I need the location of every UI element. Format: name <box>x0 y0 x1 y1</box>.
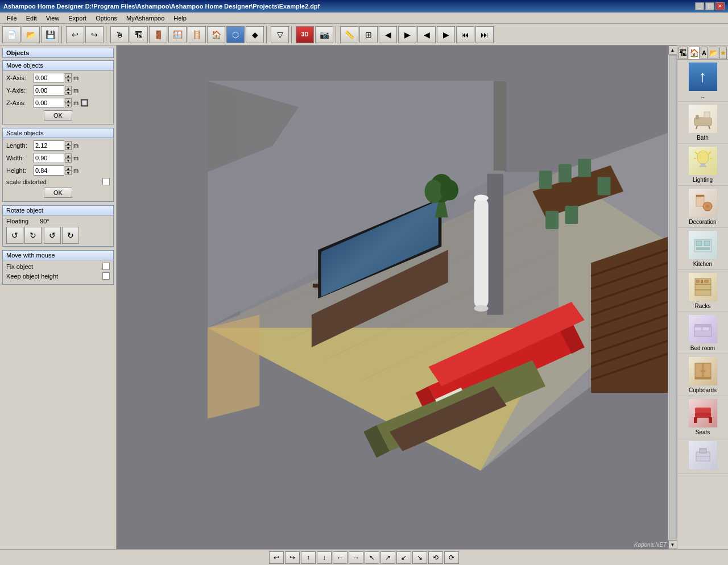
z-axis-up[interactable]: ▲ <box>65 98 72 103</box>
toolbar-diamond[interactable]: ◆ <box>246 26 264 43</box>
nav-left[interactable]: ← <box>333 551 348 564</box>
move-ok-button[interactable]: OK <box>44 110 72 121</box>
z-axis-down[interactable]: ▼ <box>65 103 72 107</box>
toolbar-open[interactable]: 📂 <box>22 26 40 43</box>
menu-file[interactable]: File <box>2 14 22 23</box>
menu-view[interactable]: View <box>42 14 64 23</box>
keep-height-checkbox[interactable] <box>102 272 110 280</box>
toolbar-wall[interactable]: 🏗 <box>130 26 148 43</box>
x-axis-up[interactable]: ▲ <box>65 73 72 78</box>
toolbar-nav6[interactable]: ⏭ <box>475 26 494 43</box>
maximize-button[interactable]: □ <box>705 2 714 10</box>
x-axis-input[interactable] <box>34 73 64 83</box>
scroll-down-arrow[interactable]: ▼ <box>668 540 677 549</box>
width-input[interactable] <box>34 153 64 163</box>
length-down[interactable]: ▼ <box>65 146 72 150</box>
toolbar-nav1[interactable]: ◀ <box>379 26 397 43</box>
category-seats[interactable]: Seats <box>677 396 728 438</box>
nav-rot-ccw[interactable]: ⟲ <box>428 551 443 564</box>
x-axis-down[interactable]: ▼ <box>65 78 72 82</box>
z-axis-icon[interactable]: 🔲 <box>80 99 89 107</box>
rtab-folder[interactable]: 🏗 <box>679 47 688 59</box>
nav-forward[interactable]: ↪ <box>285 551 300 564</box>
menu-edit[interactable]: Edit <box>22 14 42 23</box>
category-lighting[interactable]: Lighting <box>677 144 728 186</box>
y-axis-input[interactable] <box>34 85 64 95</box>
fix-object-checkbox[interactable] <box>102 263 110 270</box>
toolbar-measure[interactable]: 📏 <box>340 26 358 43</box>
nav-sw[interactable]: ↙ <box>396 551 411 564</box>
menu-myashampoo[interactable]: MyAshampoo <box>122 14 169 23</box>
rtab-star[interactable]: ★ <box>719 47 727 59</box>
toolbar-nav2[interactable]: ▶ <box>398 26 416 43</box>
toolbar-grid[interactable]: ⊞ <box>359 26 378 43</box>
toolbar-3d[interactable]: 3D <box>296 26 314 43</box>
category-misc[interactable] <box>677 438 728 474</box>
toolbar-undo[interactable]: ↩ <box>66 26 84 43</box>
height-input[interactable] <box>34 165 64 176</box>
y-axis-down[interactable]: ▼ <box>65 90 72 95</box>
length-up[interactable]: ▲ <box>65 141 72 146</box>
length-input[interactable] <box>34 140 64 151</box>
height-down[interactable]: ▼ <box>65 171 72 175</box>
nav-up[interactable]: ↑ <box>301 551 316 564</box>
menu-options[interactable]: Options <box>91 14 122 23</box>
category-kitchen[interactable]: Kitchen <box>677 228 728 270</box>
scroll-track[interactable] <box>669 55 677 539</box>
z-axis-input[interactable] <box>34 98 64 108</box>
toolbar-hex[interactable]: ⬡ <box>226 26 245 43</box>
toolbar-nav4[interactable]: ▶ <box>437 26 455 43</box>
close-button[interactable]: ✕ <box>715 2 725 10</box>
y-axis-spinner[interactable]: ▲ ▼ <box>65 86 72 95</box>
toolbar-funnel[interactable]: ▽ <box>271 26 289 43</box>
menu-help[interactable]: Help <box>169 14 191 23</box>
toolbar-nav5[interactable]: ⏮ <box>456 26 474 43</box>
toolbar-roof[interactable]: 🏠 <box>207 26 225 43</box>
toolbar-cursor[interactable]: 🖱 <box>110 26 129 43</box>
nav-ne[interactable]: ↗ <box>380 551 395 564</box>
toolbar-save[interactable]: 💾 <box>41 26 59 43</box>
category-bedroom[interactable]: Bed room <box>677 312 728 354</box>
menu-export[interactable]: Export <box>64 14 91 23</box>
toolbar-nav3[interactable]: ◀ <box>417 26 436 43</box>
rtab-open[interactable]: 📂 <box>709 47 718 59</box>
z-axis-spinner[interactable]: ▲ ▼ <box>65 98 72 107</box>
nav-rot-cw[interactable]: ⟳ <box>444 551 459 564</box>
nav-nw[interactable]: ↖ <box>365 551 379 564</box>
canvas-area[interactable]: Kopona.NET <box>117 45 668 549</box>
toolbar-new[interactable]: 📄 <box>2 26 20 43</box>
category-up[interactable]: ↑ .. <box>677 60 728 102</box>
rtab-text[interactable]: A <box>701 47 708 59</box>
category-cupboards[interactable]: Cupboards <box>677 354 728 396</box>
toolbar-stairs[interactable]: 🪜 <box>188 26 206 43</box>
category-bath[interactable]: Bath <box>677 102 728 144</box>
toolbar-door[interactable]: 🚪 <box>149 26 167 43</box>
category-decoration[interactable]: Decoration <box>677 186 728 228</box>
rtab-home[interactable]: 🏠 <box>689 47 700 59</box>
title-buttons[interactable]: _ □ ✕ <box>695 2 725 10</box>
scale-ok-button[interactable]: OK <box>44 188 72 198</box>
y-axis-up[interactable]: ▲ <box>65 86 72 90</box>
rotate-90-ccw-button[interactable]: ↺ <box>44 227 61 244</box>
scale-distorted-checkbox[interactable] <box>102 178 110 185</box>
width-down[interactable]: ▼ <box>65 158 72 163</box>
height-spinner[interactable]: ▲ ▼ <box>65 166 72 175</box>
width-up[interactable]: ▲ <box>65 153 72 158</box>
minimize-button[interactable]: _ <box>695 2 704 10</box>
width-spinner[interactable]: ▲ ▼ <box>65 153 72 163</box>
toolbar-redo[interactable]: ↪ <box>85 26 104 43</box>
nav-down[interactable]: ↓ <box>317 551 332 564</box>
toolbar-camera[interactable]: 📷 <box>315 26 333 43</box>
rotate-90-cw-button[interactable]: ↻ <box>62 227 79 244</box>
rotate-ccw-button[interactable]: ↺ <box>6 227 23 244</box>
category-racks[interactable]: Racks <box>677 270 728 312</box>
rotate-cw-button[interactable]: ↻ <box>24 227 42 244</box>
x-axis-spinner[interactable]: ▲ ▼ <box>65 73 72 82</box>
scroll-up-arrow[interactable]: ▲ <box>668 45 677 55</box>
nav-back[interactable]: ↩ <box>269 551 284 564</box>
nav-right[interactable]: → <box>349 551 363 564</box>
height-up[interactable]: ▲ <box>65 166 72 171</box>
toolbar-window-tool[interactable]: 🪟 <box>168 26 187 43</box>
length-spinner[interactable]: ▲ ▼ <box>65 141 72 150</box>
nav-se[interactable]: ↘ <box>412 551 427 564</box>
